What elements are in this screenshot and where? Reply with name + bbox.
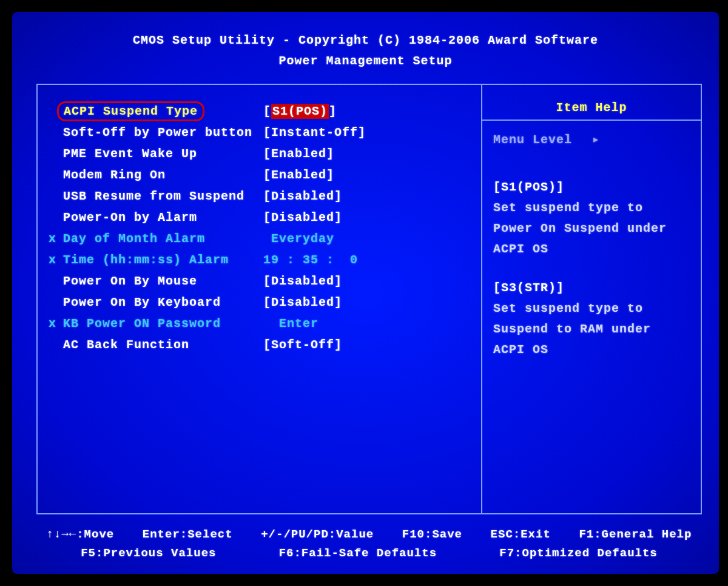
setting-label: ACPI Suspend Type xyxy=(63,104,263,118)
disabled-marker-icon: x xyxy=(49,317,56,331)
setting-label: USB Resume from Suspend xyxy=(63,189,263,203)
setting-value[interactable]: [Instant-Off] xyxy=(263,126,366,140)
setting-row[interactable]: ACPI Suspend Type[S1(POS)] xyxy=(38,101,481,122)
bios-screen: CMOS Setup Utility - Copyright (C) 1984-… xyxy=(12,12,719,574)
setting-value: Everyday xyxy=(263,232,334,246)
disabled-marker-icon: x xyxy=(49,253,56,267)
help-heading: [S1(POS)] xyxy=(493,177,690,198)
header-line2: Power Management Setup xyxy=(12,51,719,72)
setting-label: Power-On by Alarm xyxy=(63,210,263,224)
setting-row[interactable]: Power-On by Alarm[Disabled] xyxy=(38,207,481,228)
footer-hint: +/-/PU/PD:Value xyxy=(261,525,374,544)
setting-value: Enter xyxy=(263,317,318,331)
help-title: Item Help xyxy=(493,101,690,115)
setting-label: Power On By Mouse xyxy=(63,274,263,288)
footer-hint: ESC:Exit xyxy=(491,525,551,544)
footer-hint: Enter:Select xyxy=(143,525,233,544)
setting-row[interactable]: PME Event Wake Up[Enabled] xyxy=(38,143,481,164)
footer-line2: F5:Previous ValuesF6:Fail-Safe DefaultsF… xyxy=(36,544,702,563)
help-block: [S1(POS)]Set suspend type to Power On Su… xyxy=(493,177,690,260)
disabled-marker-icon: x xyxy=(49,232,56,246)
setting-row[interactable]: Power On By Mouse[Disabled] xyxy=(38,271,481,292)
setting-row[interactable]: USB Resume from Suspend[Disabled] xyxy=(38,186,481,207)
setting-value[interactable]: [Soft-Off] xyxy=(263,338,342,352)
footer-hint: F5:Previous Values xyxy=(81,544,216,563)
setting-label: Modem Ring On xyxy=(63,168,263,182)
footer-hint: ↑↓→←:Move xyxy=(47,525,115,544)
menu-level: Menu Level ▸ xyxy=(493,132,690,147)
chevron-right-icon: ▸ xyxy=(592,132,600,147)
footer-hint: F7:Optimized Defaults xyxy=(499,544,657,563)
help-heading: [S3(STR)] xyxy=(493,278,690,298)
setting-row: xKB Power ON Password Enter xyxy=(38,313,481,334)
menu-level-label: Menu Level xyxy=(493,133,572,147)
setting-value[interactable]: [Enabled] xyxy=(263,168,334,182)
setting-label: Time (hh:mm:ss) Alarm xyxy=(63,253,263,267)
footer-hint: F10:Save xyxy=(402,525,462,544)
help-pane: Item Help Menu Level ▸ [S1(POS)]Set susp… xyxy=(482,85,701,513)
setting-row: xTime (hh:mm:ss) Alarm19 : 35 : 0 xyxy=(38,249,481,271)
content-box: ACPI Suspend Type[S1(POS)]Soft-Off by Po… xyxy=(36,84,702,514)
setting-row: xDay of Month Alarm Everyday xyxy=(38,228,481,249)
setting-label: Power On By Keyboard xyxy=(63,295,263,309)
setting-label: KB Power ON Password xyxy=(63,317,263,331)
footer-hint: F1:General Help xyxy=(579,525,692,544)
footer-line1: ↑↓→←:MoveEnter:Select+/-/PU/PD:ValueF10:… xyxy=(36,525,702,544)
setting-value[interactable]: [Disabled] xyxy=(263,295,342,309)
setting-label: Soft-Off by Power button xyxy=(63,126,263,140)
help-body: Set suspend type to Power On Suspend und… xyxy=(493,201,675,256)
footer: ↑↓→←:MoveEnter:Select+/-/PU/PD:ValueF10:… xyxy=(36,525,702,563)
setting-value[interactable]: [Enabled] xyxy=(263,147,334,161)
setting-value[interactable]: [Disabled] xyxy=(263,274,342,288)
setting-value: 19 : 35 : 0 xyxy=(263,253,358,267)
setting-row[interactable]: Soft-Off by Power button[Instant-Off] xyxy=(38,122,481,143)
setting-value[interactable]: [Disabled] xyxy=(263,189,342,203)
setting-label: PME Event Wake Up xyxy=(63,147,263,161)
header: CMOS Setup Utility - Copyright (C) 1984-… xyxy=(12,12,719,72)
help-block: [S3(STR)]Set suspend type to Suspend to … xyxy=(493,278,690,360)
footer-hint: F6:Fail-Safe Defaults xyxy=(279,544,437,563)
setting-value[interactable]: [Disabled] xyxy=(263,210,342,224)
settings-list: ACPI Suspend Type[S1(POS)]Soft-Off by Po… xyxy=(38,85,482,513)
setting-row[interactable]: Power On By Keyboard[Disabled] xyxy=(38,292,481,313)
setting-label: Day of Month Alarm xyxy=(63,232,263,246)
help-divider xyxy=(482,120,701,121)
setting-row[interactable]: AC Back Function[Soft-Off] xyxy=(38,334,481,355)
header-line1: CMOS Setup Utility - Copyright (C) 1984-… xyxy=(12,30,719,51)
setting-label: AC Back Function xyxy=(63,338,263,352)
help-body: Set suspend type to Suspend to RAM under… xyxy=(493,301,659,357)
setting-value[interactable]: [S1(POS)] xyxy=(263,104,337,118)
setting-row[interactable]: Modem Ring On[Enabled] xyxy=(38,164,481,186)
